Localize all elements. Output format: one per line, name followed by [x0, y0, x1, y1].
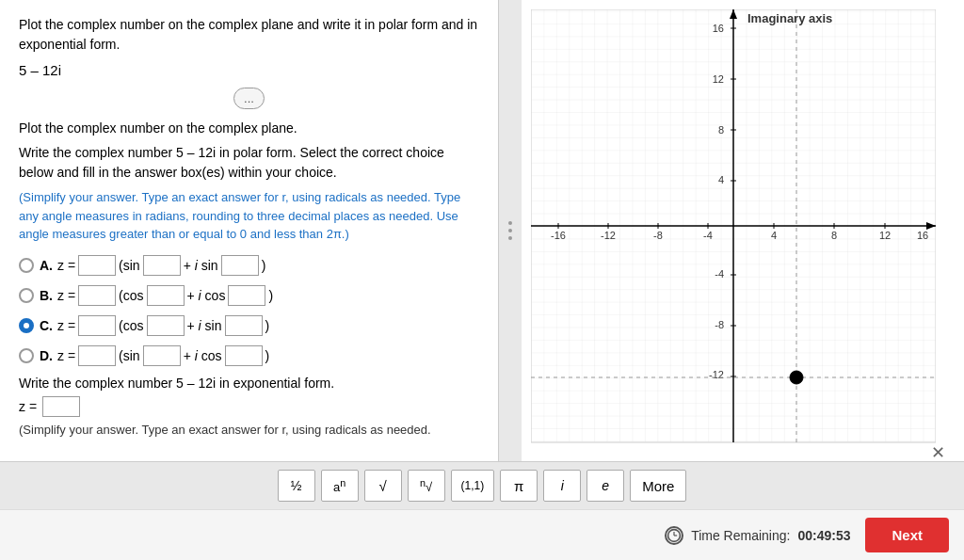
- choice-A-row: A. z = (sin + i sin ): [19, 255, 479, 276]
- close-button[interactable]: ✕: [931, 442, 945, 461]
- sqrt-button[interactable]: √: [364, 470, 402, 502]
- more-button[interactable]: More: [630, 470, 686, 502]
- choice-C-label: C. z = (cos + i sin ): [40, 315, 269, 336]
- problem-title: Plot the complex number on the complex p…: [19, 15, 479, 55]
- choice-A-input3[interactable]: [221, 255, 259, 276]
- radio-D[interactable]: [19, 348, 34, 363]
- hint-text: (Simplify your answer. Type an exact ans…: [19, 188, 479, 244]
- choice-B-input3[interactable]: [228, 285, 265, 306]
- svg-text:12: 12: [879, 230, 891, 241]
- exp-input[interactable]: [42, 396, 80, 417]
- choice-C-input2[interactable]: [147, 315, 185, 336]
- imaginary-i-button[interactable]: i: [543, 470, 581, 502]
- more-options-button[interactable]: ...: [233, 88, 265, 109]
- next-button[interactable]: Next: [865, 518, 949, 552]
- choice-C-row: C. z = (cos + i sin ): [19, 315, 479, 336]
- svg-text:-4: -4: [703, 230, 713, 241]
- polar-instruction: Write the complex number 5 – 12i in pola…: [19, 143, 479, 183]
- abs-value-button[interactable]: (1,1): [451, 470, 495, 502]
- timer-value: 00:49:53: [797, 528, 850, 543]
- exp-section-label: Write the complex number 5 – 12i in expo…: [19, 376, 479, 391]
- complex-number-display: 5 – 12i: [19, 62, 479, 78]
- superscript-button[interactable]: an: [321, 470, 359, 502]
- svg-text:12: 12: [713, 73, 724, 85]
- exponential-section: Write the complex number 5 – 12i in expo…: [19, 376, 479, 437]
- choice-D-input1[interactable]: [78, 345, 116, 366]
- svg-text:-16: -16: [551, 230, 566, 241]
- graph-panel: -12 -8 -4 4 8 12 -16 16 16 12 8 4 -4 -8 …: [522, 0, 964, 461]
- left-panel: Plot the complex number on the complex p…: [0, 0, 499, 461]
- timer-section: Time Remaining: 00:49:53: [665, 526, 850, 545]
- choice-A-input2[interactable]: [143, 255, 181, 276]
- svg-text:-8: -8: [715, 319, 724, 330]
- choice-B-label: B. z = (cos + i cos ): [40, 285, 273, 306]
- choice-B-row: B. z = (cos + i cos ): [19, 285, 479, 306]
- timer-icon: [665, 526, 683, 545]
- svg-text:4: 4: [771, 230, 777, 241]
- choice-D-input3[interactable]: [225, 345, 263, 366]
- choice-B-input1[interactable]: [78, 285, 116, 306]
- radio-B[interactable]: [19, 288, 34, 303]
- svg-text:8: 8: [831, 230, 837, 241]
- svg-text:-12: -12: [601, 230, 616, 241]
- choice-B-input2[interactable]: [147, 285, 185, 306]
- footer: Time Remaining: 00:49:53 Next: [0, 509, 964, 560]
- svg-text:-8: -8: [653, 230, 663, 241]
- complex-plane-graph: -12 -8 -4 4 8 12 -16 16 16 12 8 4 -4 -8 …: [531, 9, 936, 450]
- plot-instruction: Plot the complex number on the complex p…: [19, 120, 479, 136]
- choice-D-label: D. z = (sin + i cos ): [40, 345, 269, 366]
- choice-D-row: D. z = (sin + i cos ): [19, 345, 479, 366]
- euler-e-button[interactable]: e: [586, 470, 624, 502]
- timer-label: Time Remaining:: [691, 528, 790, 543]
- choice-A-input1[interactable]: [78, 255, 116, 276]
- nth-root-button[interactable]: n√: [408, 470, 445, 502]
- fraction-button[interactable]: ½: [278, 470, 315, 502]
- splitter-dot1: [508, 221, 512, 225]
- choice-C-input3[interactable]: [225, 315, 263, 336]
- choice-C-input1[interactable]: [78, 315, 116, 336]
- simplify-note: (Simplify your answer. Type an exact ans…: [19, 423, 479, 437]
- svg-text:-4: -4: [715, 268, 724, 280]
- complex-point: [790, 371, 803, 384]
- panel-splitter[interactable]: [499, 0, 522, 461]
- splitter-dot2: [508, 229, 512, 232]
- svg-text:-12: -12: [709, 369, 724, 380]
- radio-C[interactable]: [19, 318, 34, 333]
- choice-A-label: A. z = (sin + i sin ): [40, 255, 265, 276]
- svg-text:16: 16: [713, 23, 724, 34]
- radio-A[interactable]: [19, 258, 34, 273]
- exp-z-label: z =: [19, 399, 37, 414]
- math-toolbar: ½ an √ n√ (1,1) π i e More: [0, 461, 964, 509]
- svg-text:16: 16: [917, 230, 928, 241]
- exp-input-row: z =: [19, 396, 479, 417]
- pi-button[interactable]: π: [500, 470, 538, 502]
- svg-text:Imaginary axis: Imaginary axis: [747, 11, 832, 25]
- choice-D-input2[interactable]: [143, 345, 181, 366]
- svg-text:4: 4: [718, 174, 724, 185]
- svg-text:8: 8: [718, 124, 724, 136]
- splitter-dot3: [508, 236, 512, 240]
